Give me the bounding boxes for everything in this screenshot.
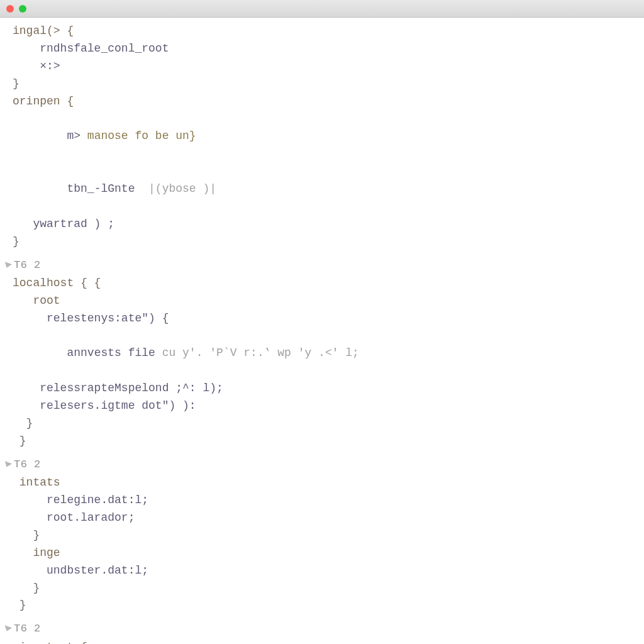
code-line: ×:>	[13, 60, 60, 72]
code-line: }	[13, 582, 40, 594]
code-line: tbn_-lGnte	[40, 182, 148, 195]
code-literal: manose fo be un}	[87, 130, 196, 142]
code-line: relestenys:ate") {	[13, 312, 169, 325]
code-line: ingal(> {	[13, 25, 74, 37]
section-marker-label: T6 2	[14, 257, 41, 274]
code-line: rndhsfale_conl_root	[13, 42, 169, 55]
section-marker-label: T6 2	[14, 621, 41, 637]
section-marker-label: T6 2	[14, 457, 41, 473]
code-fragment: |(ybose )|	[148, 182, 216, 195]
minimize-icon[interactable]	[19, 5, 26, 13]
section-marker: T6 2	[4, 457, 638, 473]
code-line: }	[13, 77, 19, 90]
section-marker: T6 2	[4, 621, 638, 637]
code-line: annvests file	[40, 347, 162, 359]
code-line: relegine.dat:l;	[13, 494, 148, 506]
code-line: }	[13, 435, 26, 447]
pin-icon	[3, 262, 12, 269]
code-line: orinpen {	[13, 95, 74, 108]
code-line: root	[13, 294, 60, 307]
section-marker: T6 2	[4, 257, 638, 274]
code-line: root.larador;	[13, 511, 135, 524]
pin-icon	[3, 461, 12, 469]
code-line: relesers.igtme dot") ):	[13, 399, 196, 412]
code-line: ywartrad ) ;	[13, 218, 114, 230]
code-line: relessrapteMspelond ;^: l);	[13, 382, 223, 394]
code-fragment: cu y'. 'P`V r:.‛ wp 'y .<' l;	[162, 347, 359, 359]
close-icon[interactable]	[6, 5, 14, 13]
code-line: intats	[13, 476, 60, 489]
code-line: inge	[13, 547, 60, 559]
code-line: }	[13, 529, 40, 541]
code-line: }	[13, 599, 26, 611]
code-line: }	[13, 417, 33, 430]
window-titlebar	[0, 0, 644, 18]
code-line: undbster.dat:l;	[13, 564, 148, 577]
pin-icon	[3, 626, 12, 633]
code-line: }	[13, 235, 19, 248]
code-editor[interactable]: ingal(> { rndhsfale_conl_root ×:> } orin…	[0, 18, 644, 644]
code-line: m>	[40, 130, 87, 142]
code-line: iwpntect {	[13, 641, 87, 644]
code-line: localhost { {	[13, 277, 101, 289]
